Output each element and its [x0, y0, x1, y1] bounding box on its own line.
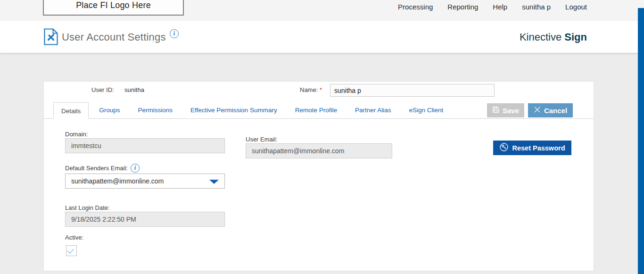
default-senders-email-label: Default Senders Email:: [65, 165, 128, 172]
save-button[interactable]: Save: [487, 103, 524, 117]
top-bar: Place FI Logo Here Processing Reporting …: [0, 0, 644, 21]
user-email-label: User Email:: [246, 136, 277, 143]
floppy-disk-icon: [492, 106, 499, 115]
tab-groups[interactable]: Groups: [91, 102, 127, 118]
brand-name: Kinective: [520, 31, 561, 43]
user-account-panel: User ID: sunitha Name: * Details Groups …: [43, 81, 594, 271]
key-circle-icon: [499, 142, 509, 153]
default-senders-email-label-row: Default Senders Email: i: [65, 164, 140, 173]
name-label: Name: *: [300, 86, 322, 93]
required-marker: *: [320, 86, 322, 93]
active-checkbox[interactable]: [66, 245, 77, 256]
nav-username[interactable]: sunitha p: [522, 3, 551, 11]
tab-details[interactable]: Details: [53, 102, 89, 119]
default-senders-email-value: sunithapattem@immonline.com: [71, 177, 164, 185]
nav-reporting[interactable]: Reporting: [447, 3, 478, 11]
page-header: User Account Settings i Kinective Sign: [0, 21, 644, 53]
tab-effective-permission-summary[interactable]: Effective Permission Summary: [183, 102, 285, 118]
domain-input: [65, 138, 225, 153]
chevron-down-icon: [209, 180, 219, 184]
last-login-date-input: [65, 212, 225, 227]
cancel-button-label: Cancel: [544, 107, 567, 115]
brand-logo: Kinective Sign: [520, 31, 587, 43]
user-email-input: [246, 143, 392, 158]
tab-partner-alias[interactable]: Partner Alias: [347, 102, 399, 118]
user-id-label: User ID:: [91, 86, 114, 93]
reset-password-button[interactable]: Reset Password: [493, 141, 571, 155]
x-icon: [534, 106, 541, 115]
fi-logo-placeholder: Place FI Logo Here: [43, 0, 184, 16]
title-info-icon[interactable]: i: [170, 29, 179, 38]
nav-logout[interactable]: Logout: [565, 3, 587, 11]
tab-esign-client[interactable]: eSign Client: [401, 102, 451, 118]
fi-logo-text: Place FI Logo Here: [76, 0, 151, 10]
vertical-scrollbar[interactable]: [638, 8, 644, 274]
tab-remote-profile[interactable]: Remote Profile: [288, 102, 345, 118]
user-id-value: sunitha: [124, 86, 144, 93]
reset-password-label: Reset Password: [512, 144, 565, 152]
domain-label: Domain:: [65, 131, 88, 138]
cancel-button[interactable]: Cancel: [528, 103, 573, 117]
nav-help[interactable]: Help: [493, 3, 507, 11]
nav-processing[interactable]: Processing: [398, 3, 433, 11]
save-button-label: Save: [503, 107, 519, 115]
top-nav: Processing Reporting Help sunitha p Logo…: [398, 3, 587, 11]
default-senders-email-dropdown[interactable]: sunithapattem@immonline.com: [65, 174, 225, 189]
active-label: Active:: [65, 234, 83, 241]
default-senders-email-info-icon[interactable]: i: [131, 164, 140, 173]
brand-product: Sign: [564, 31, 587, 43]
page-title: User Account Settings: [62, 31, 166, 43]
document-tools-icon: [44, 28, 58, 47]
checkmark-icon: [67, 247, 74, 254]
name-input[interactable]: [330, 84, 495, 97]
tab-permissions[interactable]: Permissions: [131, 102, 181, 118]
last-login-date-label: Last Login Date:: [65, 204, 110, 211]
